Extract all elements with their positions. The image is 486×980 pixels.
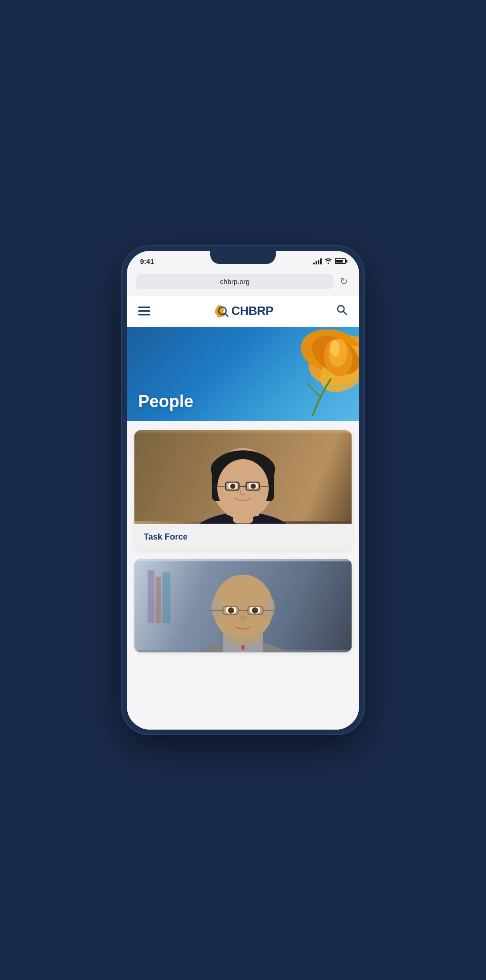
app-header: CHBRP (127, 296, 359, 327)
status-time: 9:41 (140, 257, 154, 265)
person-card-1[interactable]: Task Force (134, 430, 352, 550)
browser-bar: chbrp.org ↻ (127, 269, 359, 296)
logo[interactable]: CHBRP (213, 302, 273, 320)
person-photo-1 (134, 430, 352, 524)
person-info-1: Task Force (134, 524, 352, 550)
svg-rect-31 (147, 570, 154, 623)
url-text: chbrp.org (220, 278, 250, 285)
notch (210, 251, 276, 264)
person-photo-2 (134, 559, 352, 652)
svg-point-42 (226, 622, 260, 638)
search-button[interactable] (336, 304, 348, 319)
svg-point-23 (230, 483, 236, 489)
hero-title: People (138, 392, 193, 411)
url-bar[interactable]: chbrp.org (136, 274, 333, 289)
svg-point-40 (264, 597, 275, 619)
logo-icon (213, 302, 230, 320)
phone-screen: 9:41 (127, 251, 359, 730)
svg-point-45 (228, 607, 234, 613)
svg-rect-32 (155, 577, 161, 623)
status-icons (313, 257, 346, 265)
reload-button[interactable]: ↻ (338, 274, 350, 289)
svg-point-20 (217, 459, 269, 517)
svg-line-1 (225, 314, 228, 316)
signal-icon (313, 258, 322, 264)
person-card-2[interactable] (134, 559, 352, 652)
svg-point-24 (250, 483, 256, 489)
main-content: Task Force (127, 421, 359, 730)
battery-icon (335, 258, 346, 264)
status-bar: 9:41 (127, 251, 359, 269)
phone-device: 9:41 (121, 245, 365, 735)
svg-rect-33 (162, 572, 170, 623)
hero-banner: People (127, 327, 359, 421)
person-role-1: Task Force (144, 532, 188, 541)
svg-point-46 (252, 607, 258, 613)
svg-point-39 (211, 597, 222, 619)
logo-text: CHBRP (231, 304, 273, 318)
hero-flower-decoration (265, 327, 359, 421)
hamburger-menu-button[interactable] (138, 307, 150, 315)
svg-line-3 (343, 311, 346, 314)
wifi-icon (324, 257, 332, 265)
svg-point-52 (239, 614, 248, 621)
